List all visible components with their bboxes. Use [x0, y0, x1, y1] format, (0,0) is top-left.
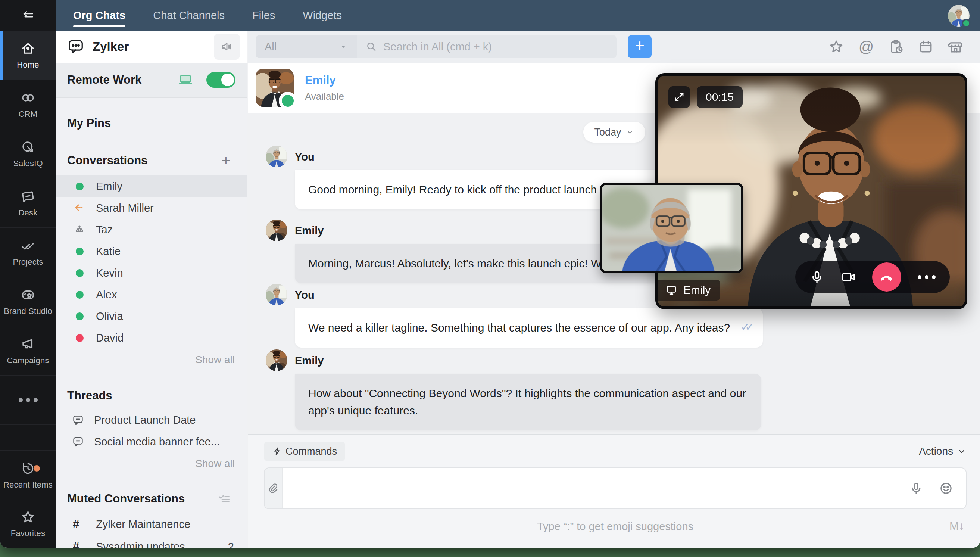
camera-button[interactable]: [841, 270, 856, 285]
message-bubble[interactable]: We need a killer tagline. Something that…: [295, 308, 763, 348]
call-participant-label: Emily: [658, 280, 720, 301]
remote-work-toggle[interactable]: [206, 72, 236, 88]
rail-item-desk[interactable]: Desk: [0, 178, 56, 228]
bot-icon: [73, 224, 86, 236]
rail-spacer: [0, 425, 56, 451]
monitor-icon: [665, 284, 677, 296]
marketplace-button[interactable]: [947, 38, 964, 55]
search-field: [357, 35, 616, 58]
markdown-toggle[interactable]: M↓: [949, 520, 964, 533]
message-input[interactable]: [283, 468, 966, 508]
rail-item-salesiq[interactable]: SalesIQ: [0, 129, 56, 178]
status-busy-icon: [73, 334, 86, 342]
store-icon: [947, 39, 964, 55]
tab-widgets[interactable]: Widgets: [303, 0, 342, 31]
voice-message-icon[interactable]: [909, 481, 923, 495]
thread-social-media-banner[interactable]: Social media banner fee...: [56, 431, 247, 453]
conversation-emily[interactable]: Emily: [56, 176, 247, 197]
add-conversation-button[interactable]: +: [222, 153, 230, 168]
rail-item-recent[interactable]: Recent Items: [0, 451, 56, 500]
paperclip-icon: [268, 483, 279, 494]
user-avatar[interactable]: [948, 5, 970, 26]
rail-item-projects[interactable]: Projects: [0, 228, 56, 277]
muted-channel-sysadmin-updates[interactable]: # Sysadmin updates 2: [56, 535, 247, 548]
collapse-sidebar-button[interactable]: [0, 0, 56, 31]
conversation-olivia[interactable]: Olivia: [56, 305, 247, 327]
conversation-sarah-miller[interactable]: Sarah Miller: [56, 197, 247, 219]
clipboard-clock-icon: [888, 39, 904, 55]
conversation-david[interactable]: David: [56, 327, 247, 349]
composer-hint-row: Type “:” to get emoji suggestions M↓: [264, 520, 967, 533]
actions-dropdown[interactable]: Actions: [919, 445, 967, 457]
rail-item-brand-studio[interactable]: Brand Studio: [0, 277, 56, 326]
sound-settings-button[interactable]: [214, 34, 240, 60]
speaker-icon: [220, 39, 234, 54]
search-row: All + @: [248, 31, 980, 63]
threads-show-all[interactable]: Show all: [56, 458, 247, 470]
emoji-icon[interactable]: [939, 481, 953, 495]
call-controls: [795, 261, 950, 293]
call-video-marcus: [602, 185, 741, 271]
remote-work-row: Remote Work: [56, 63, 247, 98]
input-icons: [909, 481, 953, 495]
rail-item-campaigns[interactable]: Campaigns: [0, 326, 56, 376]
rail-item-label: CRM: [19, 109, 38, 119]
campaigns-icon: [20, 336, 36, 352]
conversation-katie[interactable]: Katie: [56, 240, 247, 262]
more-icon: [19, 398, 38, 402]
peer-name[interactable]: Emily: [305, 73, 344, 87]
thread-product-launch-date[interactable]: Product Launch Date: [56, 409, 247, 431]
conversation-alex[interactable]: Alex: [56, 284, 247, 305]
desk-icon: [20, 189, 36, 204]
peer-avatar[interactable]: [256, 69, 294, 107]
status-online-icon: [73, 291, 86, 299]
attach-file-button[interactable]: [265, 468, 283, 508]
peer-meta: Emily Available: [305, 73, 344, 102]
rail-item-crm[interactable]: CRM: [0, 80, 56, 129]
app-rail: Home CRM SalesIQ Desk Projects Brand Stu…: [0, 31, 56, 548]
more-options-button[interactable]: [918, 275, 936, 279]
message: Emily How about "Connecting Beyond Words…: [266, 349, 761, 430]
new-chat-button[interactable]: +: [628, 35, 652, 58]
calendar-button[interactable]: [917, 38, 934, 55]
tab-files[interactable]: Files: [252, 0, 275, 31]
message-input-box: [264, 467, 967, 509]
app-window: Org Chats Chat Channels Files Widgets Ho…: [0, 0, 980, 548]
tab-org-chats[interactable]: Org Chats: [73, 0, 125, 31]
recent-notification-dot: [34, 465, 40, 472]
tab-chat-channels[interactable]: Chat Channels: [153, 0, 225, 31]
avatar-emily: [266, 349, 288, 371]
mute-list-icon[interactable]: [217, 491, 232, 506]
hash-icon: #: [73, 540, 96, 548]
tasks-button[interactable]: [887, 38, 905, 55]
hash-icon: #: [73, 518, 96, 531]
rail-item-favorites[interactable]: Favorites: [0, 500, 56, 548]
quick-access-icons: @: [828, 38, 964, 55]
rail-item-label: Projects: [13, 257, 43, 267]
favorites-button[interactable]: [828, 38, 845, 55]
rail-item-home[interactable]: Home: [0, 31, 56, 80]
message-bubble[interactable]: How about "Connecting Beyond Words"? It …: [295, 374, 761, 430]
avatar-marcus: [266, 284, 288, 305]
search-bar: All: [256, 35, 616, 58]
end-call-button[interactable]: [872, 262, 901, 292]
muted-channel-zylker-maintanence[interactable]: # Zylker Maintanence: [56, 513, 247, 535]
conversations-show-all[interactable]: Show all: [56, 354, 247, 366]
commands-button[interactable]: Commands: [264, 441, 345, 461]
thread-icon: [72, 414, 85, 426]
composer-toolbar: Commands Actions: [264, 441, 967, 462]
status-online-icon: [73, 269, 86, 277]
search-input[interactable]: [383, 41, 608, 53]
call-timer: 00:15: [697, 86, 743, 108]
hangup-icon: [879, 269, 895, 285]
rail-item-more[interactable]: [0, 376, 56, 425]
conversation-taz[interactable]: Taz: [56, 219, 247, 240]
date-separator[interactable]: Today: [583, 122, 645, 143]
mentions-button[interactable]: @: [858, 38, 875, 55]
bolt-icon: [272, 446, 282, 456]
conversation-kevin[interactable]: Kevin: [56, 262, 247, 284]
self-video-pip[interactable]: [600, 182, 743, 273]
mute-mic-button[interactable]: [809, 270, 824, 285]
search-scope-dropdown[interactable]: All: [256, 35, 357, 58]
expand-call-button[interactable]: [668, 86, 690, 108]
